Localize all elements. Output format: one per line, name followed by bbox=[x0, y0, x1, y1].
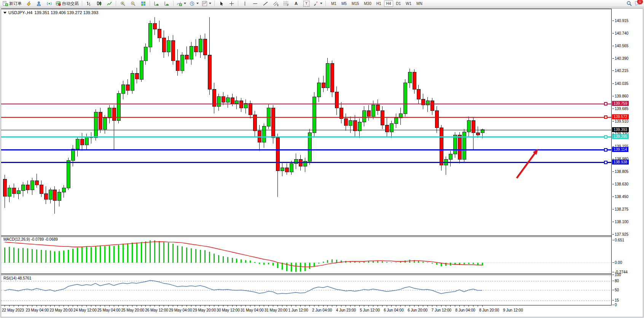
price-tick: 0.00 bbox=[615, 260, 622, 265]
timeframe-m30[interactable]: M30 bbox=[362, 0, 373, 7]
timeframe-m15[interactable]: M15 bbox=[349, 0, 361, 7]
fibonacci-tool-button[interactable]: F bbox=[281, 0, 291, 7]
svg-text:F: F bbox=[287, 3, 289, 6]
hline-anchor[interactable] bbox=[604, 161, 607, 164]
main-toolbar: 新订单 自动交易 bbox=[0, 0, 644, 7]
chart-plot-area[interactable] bbox=[1, 9, 612, 307]
hline-anchor[interactable] bbox=[604, 116, 607, 118]
time-label: 6 Jun 20:00 bbox=[408, 308, 427, 312]
price-tick: 140.740 bbox=[615, 31, 628, 36]
zoom-out-button[interactable] bbox=[128, 0, 138, 7]
macd-signal-line bbox=[5, 242, 482, 267]
price-tick: 140.915 bbox=[615, 19, 628, 23]
timeframe-h4[interactable]: H4 bbox=[384, 0, 394, 7]
macd-pane bbox=[1, 240, 611, 272]
auto-trading-label: 自动交易 bbox=[62, 1, 79, 6]
cursor-tool-button[interactable] bbox=[216, 0, 226, 7]
hline-price-badge[interactable]: 138.938 bbox=[612, 160, 629, 165]
chart-title: USDJPY-,H4 139.351 139.406 139.272 139.3… bbox=[3, 10, 98, 15]
time-label: 2 Jun 04:00 bbox=[312, 308, 332, 312]
candlestick-icon bbox=[97, 1, 102, 6]
new-order-button[interactable]: 新订单 bbox=[1, 0, 23, 7]
timeframe-mn[interactable]: MN bbox=[414, 0, 425, 7]
current-price-badge[interactable]: 139.393 bbox=[612, 127, 629, 132]
chart-menu-icon[interactable] bbox=[3, 12, 6, 14]
arrows-tool-button[interactable] bbox=[312, 0, 324, 7]
text-label-tool-button[interactable]: T bbox=[301, 0, 311, 7]
time-label: 31 May 20:00 bbox=[265, 308, 288, 312]
auto-trading-icon bbox=[56, 1, 61, 6]
channel-icon: E bbox=[273, 1, 279, 6]
hline-anchor[interactable] bbox=[604, 136, 607, 138]
hline-price-badge[interactable]: 139.572 bbox=[612, 114, 629, 119]
templates-button[interactable] bbox=[201, 0, 213, 7]
signal-icon bbox=[47, 1, 52, 6]
time-label: 8 Jun 20:00 bbox=[479, 308, 499, 312]
time-label: 23 May 20:00 bbox=[49, 308, 73, 312]
hline-price-badge[interactable]: 139.759 bbox=[612, 101, 629, 106]
chart-symbol-period: USDJPY-,H4 bbox=[8, 10, 32, 15]
price-tick: 0.651 bbox=[615, 238, 624, 243]
auto-trading-button[interactable]: 自动交易 bbox=[54, 0, 80, 7]
time-label: 6 Jun 04:00 bbox=[384, 308, 403, 312]
indicators-button[interactable] bbox=[175, 0, 188, 7]
hline-price-badge[interactable]: 139.295 bbox=[612, 134, 629, 139]
zoom-in-button[interactable] bbox=[118, 0, 128, 7]
trendline-tool-button[interactable] bbox=[260, 0, 270, 7]
timeframe-h1[interactable]: H1 bbox=[374, 0, 384, 7]
clock-icon bbox=[190, 1, 194, 6]
chart-shift-button[interactable] bbox=[162, 0, 172, 7]
template-icon bbox=[202, 1, 207, 6]
new-order-label: 新订单 bbox=[9, 1, 22, 6]
person-icon bbox=[37, 1, 41, 6]
chart-window[interactable]: USDJPY-,H4 139.351 139.406 139.272 139.3… bbox=[1, 8, 643, 317]
dropdown-caret-icon bbox=[196, 3, 199, 4]
line-chart-mode-button[interactable] bbox=[104, 0, 114, 7]
cursor-icon bbox=[219, 1, 223, 6]
horizontal-line-tool-button[interactable] bbox=[250, 0, 260, 7]
equidistant-channel-tool-button[interactable]: E bbox=[271, 0, 281, 7]
auto-scroll-button[interactable] bbox=[151, 0, 161, 7]
toolbar-separator bbox=[150, 1, 150, 6]
bar-chart-mode-button[interactable] bbox=[84, 0, 94, 7]
timeframe-m1[interactable]: M1 bbox=[329, 0, 339, 7]
new-order-icon bbox=[3, 1, 8, 6]
periods-button[interactable] bbox=[188, 0, 200, 7]
arrows-icon bbox=[313, 1, 318, 6]
signals-button[interactable] bbox=[44, 0, 54, 7]
rsi-pane bbox=[1, 280, 611, 301]
hline-anchor[interactable] bbox=[604, 149, 607, 151]
dropdown-caret-icon bbox=[209, 3, 211, 4]
text-tool-button[interactable]: A bbox=[291, 0, 301, 7]
svg-text:E: E bbox=[277, 3, 279, 6]
ohlc-bars-icon bbox=[86, 1, 91, 6]
tile-windows-button[interactable] bbox=[138, 0, 148, 7]
notifications-button[interactable]: 1 bbox=[635, 1, 641, 6]
time-label: 29 May 04:00 bbox=[169, 308, 192, 312]
toolbar-separator bbox=[238, 1, 238, 6]
price-tick: 50 bbox=[615, 288, 619, 292]
candlestick-mode-button[interactable] bbox=[94, 0, 104, 7]
search-icon[interactable] bbox=[626, 1, 632, 6]
price-tick: 138.630 bbox=[615, 182, 628, 187]
price-tick: 139.685 bbox=[615, 107, 628, 111]
crosshair-tool-button[interactable] bbox=[226, 0, 236, 7]
vertical-line-tool-button[interactable] bbox=[240, 0, 250, 7]
horizontal-line-icon bbox=[253, 1, 258, 6]
chart-styles-button[interactable] bbox=[24, 0, 33, 7]
timeframe-m5[interactable]: M5 bbox=[339, 0, 349, 7]
macd-indicator-label: MACD(12,26,9) -0.0789 -0.0689 bbox=[3, 237, 58, 241]
price-tick: 140.565 bbox=[615, 44, 628, 48]
dropdown-caret-icon bbox=[320, 3, 322, 4]
timeframe-d1[interactable]: D1 bbox=[394, 0, 403, 7]
timeframe-w1[interactable]: W1 bbox=[403, 0, 414, 7]
vertical-line-icon bbox=[243, 1, 247, 6]
profile-button[interactable] bbox=[34, 0, 44, 7]
rsi-indicator-label: RSI(14) 48.5761 bbox=[3, 276, 31, 280]
mt4-terminal: { "toolbar": { "new_order_label": "新订单",… bbox=[0, 0, 644, 318]
timeframe-toolbar: M1M5M15M30H1H4D1W1MN bbox=[329, 0, 425, 7]
arrow-annotation[interactable] bbox=[517, 149, 538, 178]
hline-price-badge[interactable]: 139.114 bbox=[612, 147, 628, 152]
time-label: 26 May 12:00 bbox=[145, 308, 168, 312]
hline-anchor[interactable] bbox=[604, 102, 607, 105]
